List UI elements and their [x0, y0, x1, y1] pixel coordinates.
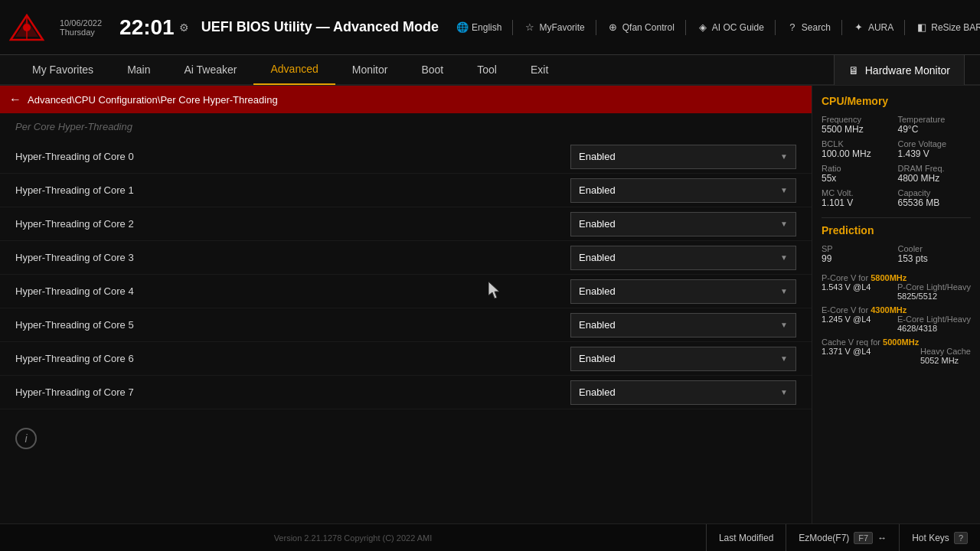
time-display: 22:01 [119, 15, 175, 40]
menu-favorites[interactable]: My Favorites [15, 54, 110, 85]
mc-volt-label: MC Volt. [822, 188, 895, 197]
header-datetime: 10/06/2022 Thursday [60, 18, 102, 37]
table-row: Hyper-Threading of Core 1 Enabled ▼ [0, 174, 812, 207]
prediction-title: Prediction [822, 224, 971, 236]
table-row: Hyper-Threading of Core 4 Enabled ▼ [0, 275, 812, 308]
right-panel: CPU/Memory Frequency 5500 MHz Temperatur… [812, 86, 980, 523]
ai-icon: ◈ [697, 21, 709, 34]
header-nav: 🌐 English ☆ MyFavorite ⊕ Qfan Control ◈ … [456, 20, 980, 35]
chevron-down-icon: ▼ [780, 220, 788, 228]
monitor-tab-icon: 🖥 [848, 64, 859, 77]
menu-tool[interactable]: Tool [460, 54, 514, 85]
dropdown-core-2[interactable]: Enabled ▼ [570, 212, 796, 236]
ecore-v-l4: 1.245 V @L4 [822, 315, 871, 333]
rog-logo [8, 12, 46, 43]
ezmode-button[interactable]: EzMode(F7) F7 ↔ [786, 524, 899, 552]
chevron-down-icon: ▼ [780, 186, 788, 194]
dropdown-value-6: Enabled [579, 353, 616, 364]
section-header: Per Core Hyper-Threading [0, 113, 812, 137]
pcore-v-row: P-Core V for 5800MHz 1.543 V @L4 P-Core … [822, 273, 971, 301]
chevron-down-icon: ▼ [780, 253, 788, 262]
core-voltage-label: Core Voltage [898, 139, 972, 148]
content-area: ← Advanced\CPU Configuration\Per Core Hy… [0, 86, 812, 523]
resize-icon: ◧ [916, 21, 928, 34]
settings-list: Hyper-Threading of Core 0 Enabled ▼ Hype… [0, 137, 812, 412]
search-icon: ? [786, 21, 799, 34]
cache-v-row: Cache V req for 5000MHz 1.371 V @L4 Heav… [822, 337, 971, 365]
pcore-light-heavy-value: 5825/5512 [897, 292, 971, 301]
nav-english[interactable]: 🌐 English [456, 21, 501, 34]
setting-label-1: Hyper-Threading of Core 1 [15, 184, 570, 196]
dropdown-core-1[interactable]: Enabled ▼ [570, 178, 796, 203]
gear-icon[interactable]: ⚙ [179, 21, 189, 34]
divider-7 [904, 20, 905, 35]
dropdown-value-4: Enabled [579, 285, 616, 297]
menu-monitor[interactable]: Monitor [335, 54, 405, 85]
ecore-light-heavy-value: 4628/4318 [897, 324, 971, 333]
bclk-label: BCLK [822, 139, 895, 148]
nav-myfavorite[interactable]: ☆ MyFavorite [524, 21, 584, 34]
setting-label-6: Hyper-Threading of Core 6 [15, 353, 570, 364]
info-button[interactable]: i [15, 428, 37, 449]
menu-main[interactable]: Main [110, 54, 167, 85]
table-row: Hyper-Threading of Core 7 Enabled ▼ [0, 376, 812, 409]
day-display: Thursday [60, 28, 102, 37]
setting-label-5: Hyper-Threading of Core 5 [15, 319, 570, 331]
capacity-group: Capacity 65536 MB [898, 188, 972, 208]
setting-label-4: Hyper-Threading of Core 4 [15, 285, 570, 297]
menu-advanced[interactable]: Advanced [253, 54, 335, 85]
pcore-freq: 5800MHz [871, 273, 906, 282]
dropdown-core-5[interactable]: Enabled ▼ [570, 313, 796, 337]
nav-aura[interactable]: ✦ AURA [853, 21, 893, 34]
heavy-cache-label: Heavy Cache [920, 347, 971, 356]
nav-resizebar[interactable]: ◧ ReSize BAR [916, 21, 980, 34]
temperature-value: 49°C [898, 124, 972, 135]
core-voltage-value: 1.439 V [898, 148, 972, 159]
mc-volt-group: MC Volt. 1.101 V [822, 188, 895, 208]
dropdown-core-0[interactable]: Enabled ▼ [570, 145, 796, 169]
nav-qfan-label: Qfan Control [622, 22, 675, 33]
ecore-v-label: E-Core V for 4300MHz [822, 305, 971, 315]
dram-freq-label: DRAM Freq. [898, 164, 972, 173]
dropdown-core-3[interactable]: Enabled ▼ [570, 246, 796, 270]
chevron-down-icon: ▼ [780, 152, 788, 161]
last-modified-button[interactable]: Last Modified [706, 524, 786, 552]
dropdown-core-7[interactable]: Enabled ▼ [570, 380, 796, 405]
bclk-value: 100.00 MHz [822, 148, 895, 159]
menubar: My Favorites Main Ai Tweaker Advanced Mo… [0, 55, 980, 86]
hardware-monitor-tab[interactable]: 🖥 Hardware Monitor [834, 54, 965, 85]
menu-aitweaker[interactable]: Ai Tweaker [167, 54, 253, 85]
nav-search[interactable]: ? Search [786, 21, 831, 34]
ratio-label: Ratio [822, 164, 895, 173]
nav-english-label: English [472, 22, 501, 33]
nav-qfan[interactable]: ⊕ Qfan Control [607, 21, 675, 34]
ratio-group: Ratio 55x [822, 164, 895, 184]
monitor-tab-label: Hardware Monitor [865, 64, 950, 77]
dropdown-core-4[interactable]: Enabled ▼ [570, 279, 796, 304]
last-modified-label: Last Modified [719, 533, 773, 543]
divider-4 [685, 20, 686, 35]
app-title: UEFI BIOS Utility — Advanced Mode [201, 19, 439, 35]
dropdown-core-6[interactable]: Enabled ▼ [570, 347, 796, 371]
back-arrow-icon[interactable]: ← [9, 93, 21, 106]
fan-icon: ⊕ [607, 21, 619, 34]
svg-point-3 [23, 24, 31, 31]
hotkeys-button[interactable]: Hot Keys ? [899, 524, 980, 552]
cache-freq: 5000MHz [883, 337, 919, 347]
ezmode-label: EzMode(F7) [799, 533, 849, 543]
table-row: Hyper-Threading of Core 5 Enabled ▼ [0, 308, 812, 342]
divider-6 [841, 20, 842, 35]
breadcrumb: ← Advanced\CPU Configuration\Per Core Hy… [0, 86, 812, 113]
nav-aioc[interactable]: ◈ AI OC Guide [697, 21, 764, 34]
dropdown-value-5: Enabled [579, 319, 616, 331]
cooler-group: Cooler 153 pts [898, 244, 972, 264]
capacity-value: 65536 MB [898, 197, 972, 208]
heavy-cache-value: 5052 MHz [920, 356, 971, 365]
chevron-down-icon: ▼ [780, 388, 788, 396]
menu-exit[interactable]: Exit [514, 54, 565, 85]
menu-boot[interactable]: Boot [404, 54, 460, 85]
nav-aioc-label: AI OC Guide [712, 22, 764, 33]
logo-area [8, 12, 46, 43]
main-layout: ← Advanced\CPU Configuration\Per Core Hy… [0, 86, 980, 523]
setting-label-7: Hyper-Threading of Core 7 [15, 386, 570, 398]
